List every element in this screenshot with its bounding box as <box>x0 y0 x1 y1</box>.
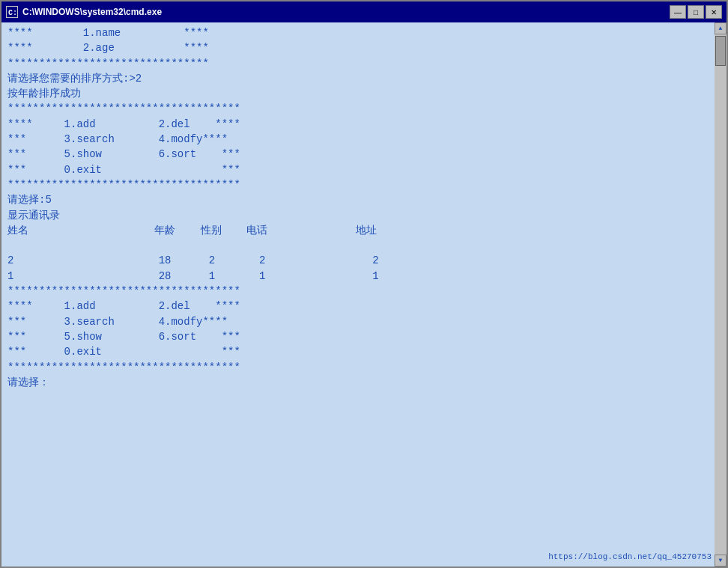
title-bar-left: C: C:\WINDOWS\system32\cmd.exe <box>6 6 162 18</box>
scrollbar-track <box>715 34 727 555</box>
terminal-area[interactable]: **** 1.name **** **** 2.age **** *******… <box>1 22 727 567</box>
title-bar-buttons: — □ ✕ <box>670 5 722 19</box>
terminal-content: **** 1.name **** **** 2.age **** *******… <box>7 25 721 390</box>
maximize-button[interactable]: □ <box>688 5 704 19</box>
minimize-button[interactable]: — <box>670 5 686 19</box>
scrollbar-thumb[interactable] <box>715 36 726 66</box>
window-title: C:\WINDOWS\system32\cmd.exe <box>22 7 162 17</box>
title-bar: C: C:\WINDOWS\system32\cmd.exe — □ ✕ <box>1 1 727 22</box>
close-button[interactable]: ✕ <box>706 5 722 19</box>
scrollbar-down-button[interactable]: ▼ <box>715 555 727 567</box>
svg-text:C:: C: <box>8 9 17 17</box>
cmd-icon: C: <box>6 6 18 18</box>
watermark-text: https://blog.csdn.net/qq_45270753 <box>548 552 712 564</box>
scrollbar-up-button[interactable]: ▲ <box>715 22 727 34</box>
scrollbar[interactable]: ▲ ▼ <box>715 22 727 567</box>
cmd-window: C: C:\WINDOWS\system32\cmd.exe — □ ✕ ***… <box>0 0 728 568</box>
